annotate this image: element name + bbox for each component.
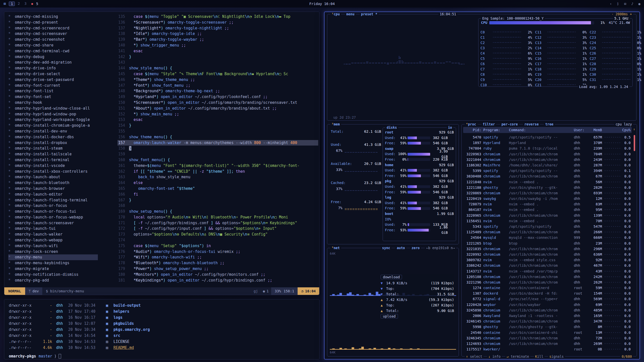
proc-reverse-toggle[interactable]: reverse: [523, 122, 540, 126]
code-line[interactable]: 159: [117, 151, 318, 157]
code-line[interactable]: 176 *Audio*) omarchy-launch-or-focus-tui…: [117, 249, 318, 255]
file-item[interactable]: *omarchy-cmd-present: [8, 20, 98, 25]
file-item[interactable]: *omarchy-hyprland-workspace-toggle: [8, 117, 98, 123]
process-row[interactable]: 3246345chromium/usr/lib/chromium/chromdh…: [463, 335, 632, 341]
terminate-hint[interactable]: ↵ terminate: [505, 354, 530, 358]
volume-icon[interactable]: ♪: [631, 2, 633, 6]
process-row[interactable]: 3221044chromium/usr/lib/chromium/chromdh…: [463, 157, 632, 162]
file-item[interactable]: *omarchy-launch-webapp: [8, 237, 98, 243]
code-line[interactable]: 157 omarchy-launch-walker -m menus:omarc…: [117, 140, 318, 146]
menu-button[interactable]: menu: [345, 12, 356, 16]
file-item[interactable]: *omarchy-migrate: [8, 266, 98, 272]
code-line[interactable]: 140 *) show_trigger_menu ;;: [117, 42, 318, 48]
process-row[interactable]: 1124693chromium/usr/lib/chromium/chromdh…: [463, 341, 632, 346]
code-line[interactable]: 141 esac: [117, 48, 318, 54]
code-line[interactable]: 142}: [117, 54, 318, 60]
code-line[interactable]: 147 *Font*) show_font_menu ;;: [117, 83, 318, 88]
file-item[interactable]: *omarchy-cmd-missing: [8, 14, 98, 20]
proc-percore-toggle[interactable]: per-core: [500, 122, 519, 126]
process-row[interactable]: 5343spotify/opt/spotify/spotifydhh547M··…: [463, 224, 632, 229]
file-item[interactable]: *omarchy-launch-floating-terminal: [8, 197, 98, 203]
process-row[interactable]: 1897HyprlandHyprlanddhh370M·············…: [463, 140, 632, 146]
process-row[interactable]: 3221035chromium/usr/lib/chromium/chromdh…: [463, 246, 632, 252]
process-row[interactable]: 1186302MainThre/home/dhh/.local/share/dh…: [463, 162, 632, 168]
process-row[interactable]: 5399spotify/opt/spotify/spotify --dhh394…: [463, 168, 632, 173]
file-item[interactable]: *omarchy-dev-add-migration: [8, 60, 98, 65]
code-line[interactable]: 175 case $(menu "Setup" "$options") in: [117, 243, 318, 249]
code-line[interactable]: 156show_theme_menu() {: [117, 134, 318, 140]
code-line[interactable]: 169show_setup_menu() {: [117, 209, 318, 214]
file-item[interactable]: *omarchy-launch-screensaver: [8, 220, 98, 226]
code-line[interactable]: 153 esac: [117, 117, 318, 123]
file-item[interactable]: *omarchy-install-xbox-controllers: [8, 169, 98, 174]
process-row[interactable]: 864107nvimnvim --embed .dhh95M··········…: [463, 207, 632, 212]
file-name[interactable]: src: [113, 333, 120, 339]
file-item[interactable]: *omarchy-install-dev-env: [8, 128, 98, 134]
code-line[interactable]: 161 theme=$(menu "Font" "$(omarchy-font-…: [117, 163, 318, 169]
process-row[interactable]: 24540containe/usr/bin/containerd-shiroot…: [463, 330, 632, 335]
proc-tree-toggle[interactable]: tree: [544, 122, 555, 126]
file-item[interactable]: *omarchy-font-set: [8, 94, 98, 100]
process-row[interactable]: 728079nvimnvim --embed .dhh83M··········…: [463, 201, 632, 207]
process-row[interactable]: 6772signal-d/proc/self/exe --type=rdhh56…: [463, 296, 632, 302]
file-item[interactable]: *omarchy-launch-walker: [8, 232, 98, 237]
file-name[interactable]: logs: [113, 314, 123, 321]
file-item[interactable]: *omarchy-install-terminal: [8, 157, 98, 163]
code-editor[interactable]: 135 case $(menu "Toggle" "▣ Screensaver\…: [117, 14, 318, 286]
code-line[interactable]: 154}: [117, 123, 318, 128]
file-item[interactable]: *omarchy-menu-keybindings: [8, 260, 98, 266]
file-item[interactable]: *omarchy-launch-about: [8, 174, 98, 180]
file-item[interactable]: *omarchy-launch-or-focus-webapp: [8, 214, 98, 220]
code-line[interactable]: 145 case $(menu "Style" "✎ Theme\n₣ Font…: [117, 71, 318, 77]
file-item[interactable]: *omarchy-cmd-screenrecord: [8, 25, 98, 31]
process-row[interactable]: 1143717nvimnvim --embed /var/tmp/pdhh43M…: [463, 268, 632, 274]
code-line[interactable]: 172 [ -f ~/.config/hypr/input.conf ] && …: [117, 226, 318, 232]
file-item[interactable]: *omarchy-hyprland-window-close-all: [8, 106, 98, 111]
file-item[interactable]: *omarchy-install-steam: [8, 146, 98, 151]
code-line[interactable]: 136 *Screensaver*) omarchy-toggle-screen…: [117, 20, 318, 25]
io-toggle[interactable]: io: [447, 125, 453, 129]
process-row[interactable]: 3220992chromium/usr/lib/chromium/chromdh…: [463, 252, 632, 257]
workspace-1[interactable]: 1: [9, 2, 15, 6]
process-row[interactable]: 1125409chromium/usr/lib/chromium/chromdh…: [463, 229, 632, 235]
code-line[interactable]: 181 *Keybindings*) open_in_editor ~/.con…: [117, 278, 318, 283]
process-row[interactable]: 3245898chromium/usr/lib/chromium/chromdh…: [463, 307, 632, 313]
proc-box-title[interactable]: ⁴proc: [465, 122, 477, 126]
code-line[interactable]: 160show_font_menu() {: [117, 157, 318, 163]
kill-hint[interactable]: Kill: [534, 354, 545, 358]
net-sync-toggle[interactable]: sync: [381, 246, 392, 250]
process-row[interactable]: 1221848nvimnvim --embed .dhh56M·········…: [463, 179, 632, 185]
code-line[interactable]: 155: [117, 128, 318, 134]
file-item[interactable]: *omarchy-install-chromium-google-a: [8, 123, 98, 128]
code-line[interactable]: 171 [ -f ~/.config/hypr/bindings.conf ] …: [117, 220, 318, 226]
file-item[interactable]: *omarchy-launch-tui: [8, 226, 98, 232]
code-line[interactable]: 138 *Idle*) omarchy-toggle-idle ;;: [117, 31, 318, 37]
process-row[interactable]: 1220428waybar/usr/bin/waybardhh69M······…: [463, 302, 632, 307]
workspace-2[interactable]: 2: [16, 2, 21, 6]
process-row[interactable]: 3386242chromium/usr/lib/chromium/chromdh…: [463, 263, 632, 268]
file-item[interactable]: *omarchy-launch-browser: [8, 186, 98, 192]
process-row[interactable]: 3220963chromium/usr/lib/chromium/chromdh…: [463, 151, 632, 157]
code-line[interactable]: 170 local options="♬ Audio\n≋ Wifi\nᛒ Bl…: [117, 214, 318, 220]
code-line[interactable]: 174: [117, 237, 318, 243]
code-line[interactable]: 177 *Wifi*) omarchy-launch-wifi ;;: [117, 254, 318, 260]
code-line[interactable]: 178 *Bluetooth*) omarchy-launch-bluetoot…: [117, 260, 318, 266]
net-box-title[interactable]: ³net: [330, 246, 341, 250]
tray-expand-icon[interactable]: ‹: [610, 2, 612, 6]
file-item[interactable]: *omarchy-notification-dismiss: [8, 272, 98, 278]
terminal-window[interactable]: drwxr-xr-x-dhh20 Nov 10:34▣build-outputd…: [4, 299, 319, 359]
code-line[interactable]: 144show_style_menu() {: [117, 65, 318, 71]
file-item[interactable]: *omarchy-hyprland-window-pop: [8, 111, 98, 117]
file-item[interactable]: *omarchy-cmd-screenshot: [8, 37, 98, 42]
workspace-3[interactable]: 3: [23, 2, 28, 6]
code-line[interactable]: 149 *Hyprland*) open_in_editor ~/.config…: [117, 94, 318, 100]
code-line[interactable]: 179 *Power*) show_setup_power_menu ;;: [117, 266, 318, 272]
process-scrollbar[interactable]: [634, 135, 635, 151]
file-item[interactable]: *omarchy-cmd-terminal-cwd: [8, 48, 98, 54]
code-line[interactable]: 135 case $(menu "Toggle" "▣ Screensaver\…: [117, 14, 318, 20]
file-name[interactable]: pkgbuilds: [113, 321, 134, 327]
process-row[interactable]: 1220419swaybg/usr/bin/swaybg -i /homdhh1…: [463, 196, 632, 201]
file-item[interactable]: *omarchy-drive-set-password: [8, 77, 98, 83]
file-item[interactable]: *omarchy-install-docker-dbs: [8, 134, 98, 140]
proc-sort-mode[interactable]: cpu lazy: [614, 122, 633, 126]
